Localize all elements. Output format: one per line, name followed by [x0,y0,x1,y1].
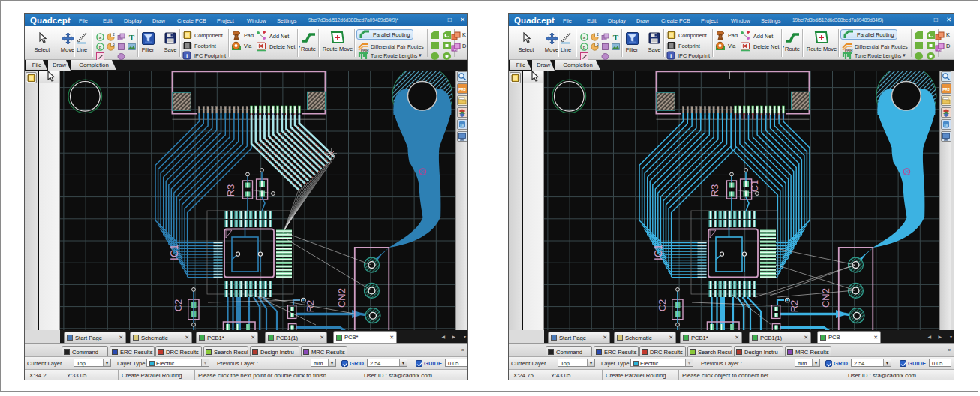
svg-text:R3: R3 [709,184,720,197]
svg-text:C2: C2 [657,299,668,312]
svg-text:3: 3 [597,43,599,46]
svg-text:R3: R3 [225,184,236,197]
svg-text:2: 2 [113,33,115,37]
svg-text:2: 2 [597,33,599,37]
svg-text:i: i [670,52,672,59]
svg-text:R2: R2 [305,300,316,313]
svg-text:CN2: CN2 [336,288,347,308]
svg-text:DB: DB [944,124,948,128]
svg-text:R2: R2 [789,300,800,313]
svg-text:3: 3 [113,43,115,46]
svg-text:PUL: PUL [454,48,461,52]
svg-text:C1: C1 [749,180,760,193]
svg-text:C2: C2 [173,299,184,312]
svg-text:DB: DB [460,124,464,128]
svg-text:PUL: PUL [938,48,945,52]
svg-text:i: i [186,52,188,59]
svg-text:CN2: CN2 [820,288,831,308]
svg-text:IC1: IC1 [652,244,664,260]
svg-text:PRJ: PRJ [458,87,466,92]
svg-text:IC1: IC1 [168,244,180,260]
svg-text:PRJ: PRJ [942,87,950,92]
